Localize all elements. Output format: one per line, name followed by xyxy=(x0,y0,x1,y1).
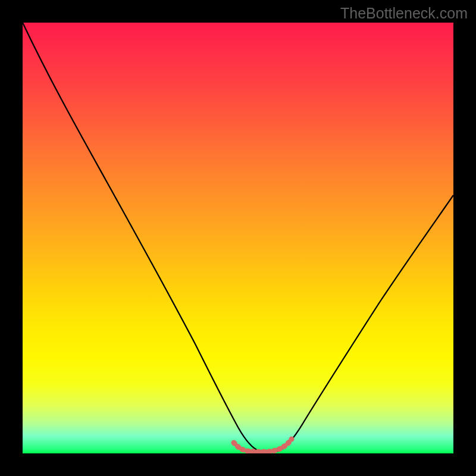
bottleneck-curve xyxy=(23,23,453,453)
sweet-spot-marker xyxy=(234,439,292,452)
chart-frame: TheBottleneck.com xyxy=(0,0,476,476)
curve-path xyxy=(23,23,453,451)
watermark-text: TheBottleneck.com xyxy=(340,5,468,22)
plot-area xyxy=(23,23,453,453)
